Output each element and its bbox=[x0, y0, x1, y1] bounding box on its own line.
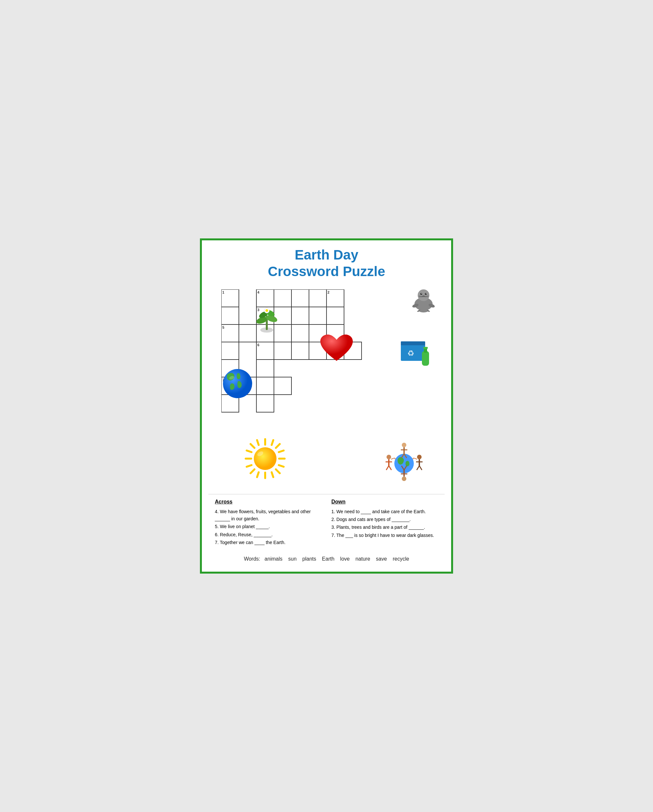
svg-line-49 bbox=[251, 469, 254, 473]
svg-line-70 bbox=[419, 466, 422, 470]
svg-point-22 bbox=[420, 293, 422, 295]
earth-image bbox=[221, 367, 254, 401]
svg-point-21 bbox=[418, 289, 429, 301]
svg-line-69 bbox=[417, 466, 419, 470]
svg-point-76 bbox=[402, 476, 406, 481]
cell-7across-r5c3 bbox=[274, 377, 291, 395]
cell-1-r0c0: 1 bbox=[221, 289, 239, 307]
svg-point-24 bbox=[421, 293, 422, 294]
cell-3down-r4 bbox=[256, 360, 274, 377]
down-clue-2: 2. Dogs and cats are types of _______. bbox=[331, 516, 438, 523]
svg-point-66 bbox=[417, 455, 422, 459]
svg-point-23 bbox=[425, 293, 427, 295]
svg-text:♻: ♻ bbox=[407, 349, 414, 358]
svg-point-71 bbox=[402, 443, 406, 447]
clues-section: Across 4. We have flowers, fruits, veget… bbox=[209, 494, 444, 550]
cell-5across-r2c4 bbox=[291, 325, 309, 342]
heart-image bbox=[319, 333, 355, 367]
svg-text:2: 2 bbox=[327, 290, 329, 294]
across-title: Across bbox=[215, 498, 322, 506]
down-clue-3: 3. Plants, trees and birds are a part of… bbox=[331, 524, 438, 531]
svg-line-56 bbox=[257, 472, 259, 477]
svg-text:6: 6 bbox=[257, 343, 259, 347]
svg-rect-37 bbox=[422, 351, 429, 366]
cell-7across-r5c2 bbox=[256, 377, 274, 395]
seal-image bbox=[409, 286, 438, 317]
svg-point-58 bbox=[254, 447, 277, 470]
page-title: Earth Day Crossword Puzzle bbox=[209, 247, 444, 280]
cell-6across-r3c4 bbox=[291, 342, 309, 360]
down-clue-1: 1. We need to ____ and take care of the … bbox=[331, 508, 438, 515]
svg-line-55 bbox=[279, 465, 284, 467]
cell-r1c5 bbox=[309, 307, 327, 325]
svg-line-65 bbox=[389, 466, 391, 470]
sun-image bbox=[244, 438, 286, 481]
cell-4across-r0c5 bbox=[309, 289, 327, 307]
svg-text:5: 5 bbox=[222, 325, 224, 329]
cell-r6c2 bbox=[256, 395, 274, 412]
svg-rect-39 bbox=[423, 347, 428, 349]
svg-line-50 bbox=[257, 440, 259, 445]
svg-line-46 bbox=[251, 444, 254, 448]
down-title: Down bbox=[331, 498, 438, 506]
across-clue-5: 5. We live on planet _____. bbox=[215, 523, 322, 530]
recycle-image: ♻ bbox=[399, 335, 441, 369]
across-clues-col: Across 4. We have flowers, fruits, veget… bbox=[215, 498, 322, 547]
down-clues-col: Down 1. We need to ____ and take care of… bbox=[331, 498, 438, 547]
people-earth-image bbox=[380, 439, 428, 486]
svg-point-26 bbox=[422, 296, 425, 297]
svg-line-54 bbox=[279, 450, 284, 452]
svg-line-57 bbox=[272, 472, 273, 477]
cell-2down-r1 bbox=[327, 307, 344, 325]
down-clue-7: 7. The ___ is so bright I have to wear d… bbox=[331, 532, 438, 539]
plant-image bbox=[251, 302, 283, 336]
svg-text:1: 1 bbox=[222, 290, 224, 294]
svg-point-19 bbox=[265, 309, 268, 312]
svg-line-52 bbox=[247, 450, 251, 452]
across-clue-6: 6. Reduce, Reuse, _______. bbox=[215, 531, 322, 538]
svg-point-61 bbox=[387, 455, 391, 459]
cell-1down-r1 bbox=[221, 307, 239, 325]
cell-4across-r0c4 bbox=[291, 289, 309, 307]
svg-point-25 bbox=[426, 293, 426, 294]
cell-1down-r3 bbox=[221, 342, 239, 360]
svg-line-51 bbox=[272, 440, 273, 445]
cell-r1c4 bbox=[291, 307, 309, 325]
svg-rect-35 bbox=[401, 341, 425, 345]
words-bank: Words: animals sun plants Earth love nat… bbox=[209, 556, 444, 565]
across-clue-7: 7. Together we can ____ the Earth. bbox=[215, 539, 322, 546]
svg-line-53 bbox=[247, 465, 251, 467]
svg-line-48 bbox=[276, 444, 280, 448]
svg-point-33 bbox=[419, 308, 428, 313]
svg-line-47 bbox=[276, 469, 280, 473]
across-clue-4: 4. We have flowers, fruits, vegetables a… bbox=[215, 508, 322, 523]
cell-2-r0c6: 2 bbox=[327, 289, 344, 307]
svg-text:4: 4 bbox=[257, 290, 260, 294]
svg-line-64 bbox=[386, 466, 389, 470]
puzzle-area: 1 2 4 bbox=[209, 286, 444, 487]
page: Earth Day Crossword Puzzle 1 bbox=[200, 238, 453, 573]
cell-6across-r3c3 bbox=[274, 342, 291, 360]
